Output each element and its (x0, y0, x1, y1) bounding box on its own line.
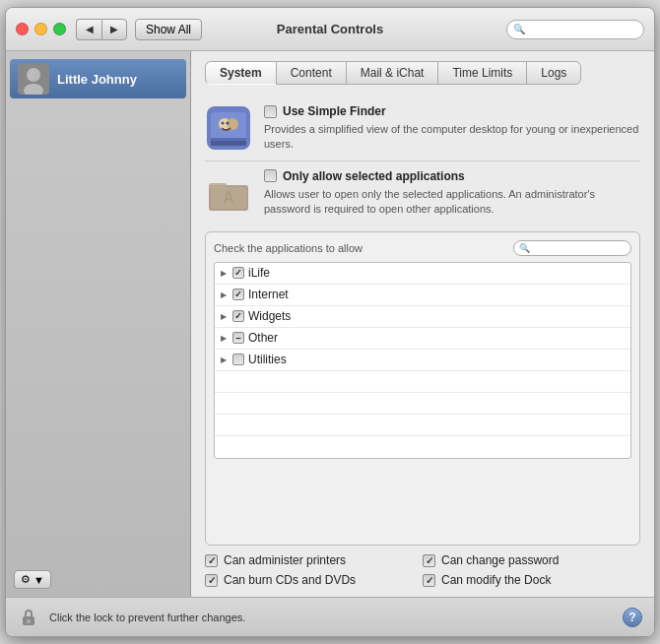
list-item[interactable]: ▶ iLife (215, 263, 630, 285)
printers-row: Can administer printers (205, 553, 423, 567)
sidebar: Little Johnny ⚙ ▼ (6, 51, 191, 597)
list-item-empty-4 (215, 436, 630, 458)
expand-triangle-other[interactable]: ▶ (221, 334, 227, 343)
ilife-checkbox[interactable] (232, 267, 244, 279)
dock-label: Can modify the Dock (441, 573, 551, 587)
bottom-bar: Click the lock to prevent further change… (6, 597, 654, 636)
app-list-section: Check the applications to allow 🔍 ▶ iLif… (205, 231, 640, 546)
forward-button[interactable]: ▶ (101, 19, 127, 40)
burn-label: Can burn CDs and DVDs (224, 573, 356, 587)
lock-icon-svg (18, 607, 39, 628)
app-list: ▶ iLife ▶ Internet ▶ Widgets (214, 262, 631, 459)
search-box[interactable]: 🔍 (506, 20, 644, 39)
app-search-icon: 🔍 (519, 243, 530, 253)
simple-finder-title: Use Simple Finder (283, 104, 386, 118)
close-button[interactable] (16, 23, 29, 35)
parental-controls-window: ◀ ▶ Show All Parental Controls 🔍 (5, 7, 655, 637)
list-item-empty-3 (215, 415, 630, 436)
only-apps-desc: Allows user to open only the selected ap… (264, 187, 640, 218)
sidebar-item-user[interactable]: Little Johnny (10, 59, 186, 98)
svg-rect-10 (211, 138, 246, 141)
other-label: Other (248, 331, 278, 345)
burn-checkbox[interactable] (205, 574, 218, 587)
utilities-label: Utilities (248, 353, 287, 366)
finder-icon-container (205, 104, 252, 152)
expand-triangle-widgets[interactable]: ▶ (221, 312, 227, 321)
expand-triangle-internet[interactable]: ▶ (221, 290, 227, 299)
gear-button[interactable]: ⚙ ▼ (14, 570, 51, 589)
only-apps-header: Only allow selected applications (264, 169, 640, 183)
tab-system[interactable]: System (205, 61, 277, 85)
dock-row: Can modify the Dock (423, 573, 640, 587)
main-content: Little Johnny ⚙ ▼ System Content Mail & … (6, 51, 654, 597)
folder-icon-container: A (205, 169, 252, 217)
tab-logs[interactable]: Logs (526, 61, 581, 85)
only-apps-content: Only allow selected applications Allows … (264, 169, 640, 218)
only-apps-checkbox[interactable] (264, 169, 277, 182)
bottom-left-col: Can administer printers Can burn CDs and… (205, 553, 423, 587)
list-item[interactable]: ▶ Internet (215, 285, 630, 306)
expand-triangle-ilife[interactable]: ▶ (221, 269, 227, 278)
expand-triangle-utilities[interactable]: ▶ (221, 355, 227, 364)
only-apps-title: Only allow selected applications (283, 169, 465, 183)
right-panel: System Content Mail & iChat Time Limits … (191, 51, 654, 597)
gear-icon: ⚙ (21, 573, 31, 586)
folder-icon: A (207, 171, 250, 215)
app-list-label: Check the applications to allow (214, 242, 363, 254)
traffic-lights (16, 23, 66, 35)
sidebar-gear-area: ⚙ ▼ (6, 562, 190, 597)
internet-checkbox[interactable] (232, 289, 244, 300)
bottom-checkboxes: Can administer printers Can burn CDs and… (205, 546, 640, 587)
tab-bar: System Content Mail & iChat Time Limits … (205, 61, 640, 85)
user-avatar-svg (18, 63, 49, 95)
utilities-checkbox[interactable] (232, 354, 244, 365)
simple-finder-desc: Provides a simplified view of the comput… (264, 122, 640, 153)
titlebar: ◀ ▶ Show All Parental Controls 🔍 (6, 8, 654, 51)
widgets-label: Widgets (248, 309, 291, 323)
back-button[interactable]: ◀ (76, 19, 101, 40)
app-search-input[interactable] (532, 242, 626, 253)
password-checkbox[interactable] (423, 554, 435, 567)
password-label: Can change password (441, 553, 559, 567)
list-item[interactable]: ▶ Utilities (215, 350, 630, 371)
simple-finder-row: Use Simple Finder Provides a simplified … (205, 97, 640, 161)
lock-button[interactable] (18, 607, 39, 628)
other-checkbox[interactable] (232, 332, 244, 344)
internet-label: Internet (248, 288, 289, 301)
printers-checkbox[interactable] (205, 554, 218, 567)
avatar (18, 63, 49, 95)
dock-checkbox[interactable] (423, 574, 435, 587)
maximize-button[interactable] (53, 23, 66, 35)
list-item-empty-1 (215, 371, 630, 393)
sidebar-user-label: Little Johnny (57, 72, 137, 87)
search-icon: 🔍 (513, 24, 525, 34)
tab-mail-ichat[interactable]: Mail & iChat (346, 61, 439, 85)
ilife-label: iLife (248, 266, 270, 280)
tab-content[interactable]: Content (276, 61, 347, 85)
svg-point-1 (27, 68, 40, 82)
widgets-checkbox[interactable] (232, 310, 244, 322)
help-button[interactable]: ? (623, 608, 642, 627)
svg-rect-17 (27, 619, 31, 623)
svg-point-7 (222, 122, 225, 125)
app-list-header: Check the applications to allow 🔍 (214, 240, 631, 256)
finder-icon (207, 106, 250, 150)
lock-text: Click the lock to prevent further change… (49, 612, 245, 623)
search-input[interactable] (528, 24, 637, 35)
list-item[interactable]: ▶ Other (215, 328, 630, 350)
list-item-empty-2 (215, 393, 630, 415)
only-apps-row: A Only allow selected applications Allow… (205, 161, 640, 225)
minimize-button[interactable] (34, 23, 47, 35)
simple-finder-checkbox[interactable] (264, 105, 277, 118)
list-item[interactable]: ▶ Widgets (215, 306, 630, 328)
bottom-right-col: Can change password Can modify the Dock (423, 553, 640, 587)
simple-finder-header: Use Simple Finder (264, 104, 640, 118)
password-row: Can change password (423, 553, 640, 567)
svg-point-8 (227, 122, 230, 125)
app-search-box[interactable]: 🔍 (513, 240, 631, 256)
window-title: Parental Controls (277, 22, 383, 36)
tab-time-limits[interactable]: Time Limits (437, 61, 527, 85)
burn-row: Can burn CDs and DVDs (205, 573, 423, 587)
printers-label: Can administer printers (224, 553, 346, 567)
show-all-button[interactable]: Show All (135, 19, 202, 40)
